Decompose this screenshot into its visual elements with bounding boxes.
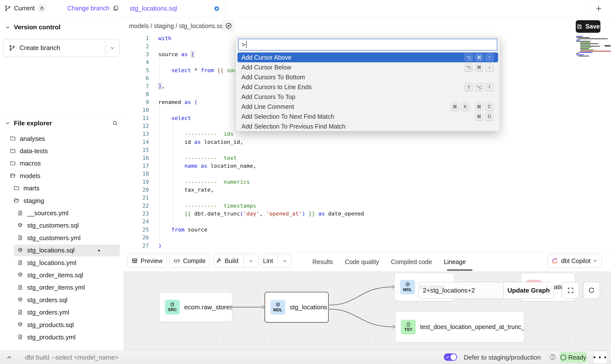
file-item-stg_products.sql[interactable]: stg_products.sql bbox=[0, 319, 123, 331]
copy-branch-icon[interactable] bbox=[112, 5, 119, 11]
minimap-line bbox=[578, 52, 593, 53]
code-text: select bbox=[158, 114, 191, 122]
help-icon[interactable] bbox=[549, 354, 556, 360]
fullscreen-button[interactable] bbox=[562, 282, 579, 299]
line-number: 18 bbox=[123, 171, 149, 177]
tab-lineage[interactable]: Lineage bbox=[444, 258, 466, 265]
command-query: > bbox=[242, 41, 245, 48]
build-main[interactable]: Build bbox=[214, 257, 240, 265]
update-graph-button[interactable]: Update Graph bbox=[503, 282, 554, 299]
lint-dropdown[interactable] bbox=[278, 254, 291, 267]
command-input[interactable]: dbt build --select <model_name> bbox=[25, 354, 119, 361]
lineage-node-stg-locations[interactable]: MDL stg_locations bbox=[265, 292, 329, 323]
dbt-copilot-button[interactable]: dbt Copilot bbox=[547, 254, 602, 268]
lint-main[interactable]: Lint bbox=[261, 257, 275, 265]
command-item[interactable]: Add Cursors to Line Ends⇧⌥I bbox=[237, 82, 498, 92]
command-item[interactable]: Add Selection To Next Find Match⌘D bbox=[237, 112, 498, 121]
preview-button[interactable]: Preview bbox=[127, 254, 167, 268]
build-button[interactable]: Build bbox=[214, 254, 258, 268]
file-explorer-header[interactable]: File explorer bbox=[0, 118, 123, 129]
line-number: 26 bbox=[123, 235, 149, 240]
line-number: 20 bbox=[123, 187, 149, 193]
expand-panel-button[interactable] bbox=[6, 354, 12, 361]
minimap-line bbox=[578, 38, 608, 39]
status-badge[interactable]: Ready bbox=[560, 352, 587, 363]
lineage-node-test[interactable]: TST test_does_location_opened_at_trunc_t… bbox=[395, 311, 524, 343]
lineage-canvas[interactable]: MDL locations locations SRC ecom.raw_sto… bbox=[123, 272, 611, 350]
code-line: 13 ---------- ids bbox=[123, 130, 611, 138]
folder-icon bbox=[10, 173, 16, 179]
command-item[interactable]: Add Cursors To Bottom bbox=[237, 72, 498, 82]
minimap[interactable] bbox=[576, 36, 603, 57]
file-item-stg_orders.yml[interactable]: stg_orders.yml bbox=[0, 306, 123, 318]
compass-icon bbox=[225, 22, 232, 30]
create-branch-dropdown[interactable] bbox=[105, 39, 119, 57]
tab-code-quality[interactable]: Code quality bbox=[345, 258, 379, 265]
command-item[interactable]: Add Cursors To Top bbox=[237, 92, 498, 102]
file-item-stg_customers.yml[interactable]: stg_customers.yml bbox=[0, 232, 123, 244]
command-item[interactable]: Add Line Comment⌘K⌘C bbox=[237, 102, 498, 112]
file-item-marts[interactable]: marts bbox=[0, 182, 123, 195]
file-item-stg_order_items.sql[interactable]: stg_order_items.sql bbox=[0, 269, 123, 281]
file-item-stg_orders.sql[interactable]: stg_orders.sql bbox=[0, 294, 123, 306]
refresh-button[interactable] bbox=[583, 282, 600, 299]
keycap: ⌘ bbox=[475, 112, 483, 121]
unsaved-dot-icon bbox=[215, 6, 219, 11]
file-item-stg_locations.sql[interactable]: stg_locations.sql bbox=[0, 244, 123, 257]
file-item-label: stg_locations.sql bbox=[27, 247, 74, 254]
compile-button[interactable]: Compile bbox=[169, 254, 210, 268]
file-item-models[interactable]: models bbox=[0, 170, 123, 182]
file-item-stg_order_items.yml[interactable]: stg_order_items.yml bbox=[0, 281, 123, 294]
tab-results[interactable]: Results bbox=[312, 258, 333, 265]
file-item-data-tests[interactable]: data-tests bbox=[0, 145, 123, 157]
build-dropdown[interactable] bbox=[243, 254, 258, 267]
change-branch-link[interactable]: Change branch bbox=[67, 5, 109, 12]
lineage-node-raw-stores[interactable]: SRC ecom.raw_stores bbox=[159, 292, 232, 322]
file-icon bbox=[17, 235, 24, 241]
command-label: Add Cursors To Top bbox=[241, 93, 295, 100]
file-item-__sources.yml[interactable]: __sources.yml bbox=[0, 207, 123, 219]
file-item-analyses[interactable]: analyses bbox=[0, 132, 123, 145]
file-item-macros[interactable]: macros bbox=[0, 157, 123, 170]
file-item-stg_products.yml[interactable]: stg_products.yml bbox=[0, 331, 123, 343]
keycap: C bbox=[485, 102, 494, 111]
minimap-line bbox=[578, 56, 589, 56]
create-branch-main[interactable]: Create branch bbox=[3, 39, 105, 57]
file-item-label: __sources.yml bbox=[27, 209, 69, 217]
cube-icon bbox=[17, 322, 24, 328]
code-line: 17 name as location_name, bbox=[123, 162, 611, 170]
file-item-staging[interactable]: staging bbox=[0, 195, 123, 207]
command-item[interactable]: Add Cursor Below⌥⌘↓ bbox=[237, 62, 498, 72]
file-item-stg_locations.yml[interactable]: stg_locations.yml bbox=[0, 257, 123, 269]
folder-icon bbox=[10, 135, 16, 142]
tab-stg-locations[interactable]: stg_locations.sql bbox=[123, 0, 226, 17]
defer-toggle[interactable] bbox=[444, 353, 457, 361]
branch-header: Current Change branch bbox=[0, 0, 123, 17]
lineage-filter-input[interactable]: 2+stg_locations+2 bbox=[418, 282, 503, 299]
code-line: 27) bbox=[123, 242, 611, 249]
save-button[interactable]: Save bbox=[576, 20, 600, 33]
command-label: Add Cursors To Bottom bbox=[241, 74, 305, 81]
command-item[interactable]: Add Cursor Above⌥⌘↑ bbox=[237, 52, 498, 62]
editor-header: models / staging / stg_locations.sql Sav… bbox=[123, 17, 611, 34]
create-branch-button[interactable]: Create branch bbox=[3, 39, 119, 57]
minimap-line bbox=[576, 54, 584, 55]
new-tab-button[interactable] bbox=[593, 3, 604, 14]
file-item-label: macros bbox=[20, 160, 41, 167]
lint-button[interactable]: Lint bbox=[261, 254, 291, 268]
minimap-slider[interactable] bbox=[605, 45, 611, 47]
version-control-header[interactable]: Version control bbox=[0, 23, 123, 31]
folder-icon bbox=[10, 148, 16, 154]
line-number: 8 bbox=[123, 92, 149, 97]
file-item-stg_customers.sql[interactable]: stg_customers.sql bbox=[0, 219, 123, 232]
explore-button[interactable] bbox=[222, 20, 235, 32]
keycap: ⌘ bbox=[475, 63, 483, 71]
command-palette-input[interactable]: > bbox=[238, 39, 497, 50]
file-item-label: models bbox=[20, 172, 40, 180]
badge-label: MDL bbox=[273, 308, 283, 313]
chevron-down-icon bbox=[249, 259, 253, 263]
more-options-button[interactable]: ● ● ● bbox=[593, 351, 608, 364]
search-icon[interactable] bbox=[112, 120, 118, 126]
tab-compiled-code[interactable]: Compiled code bbox=[391, 258, 432, 265]
command-item[interactable]: Add Selection To Previous Find Match bbox=[237, 121, 498, 131]
